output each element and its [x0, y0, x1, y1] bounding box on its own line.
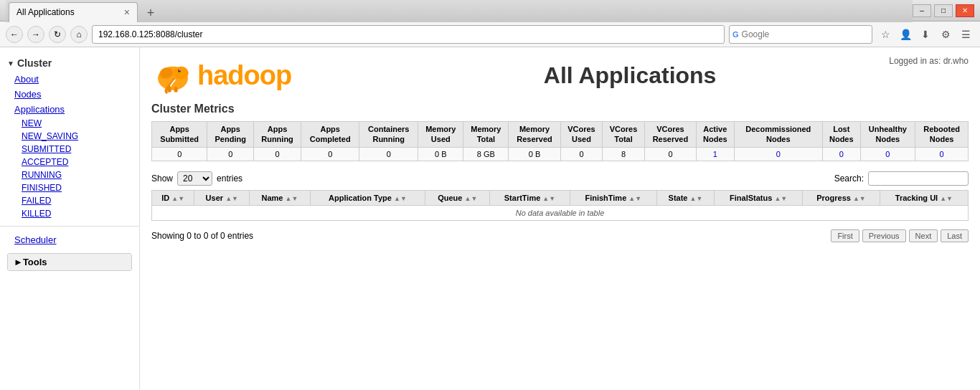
hadoop-wordmark: hadoop — [197, 60, 291, 91]
tab-title: All Applications — [17, 7, 75, 17]
title-bar: All Applications × + – □ ✕ — [0, 0, 980, 22]
address-bar: ← → ↻ ⌂ 192.168.0.125:8088/cluster G ☆ 👤… — [0, 22, 980, 47]
entries-label: entries — [217, 173, 242, 184]
col-queue[interactable]: Queue ▲▼ — [425, 190, 490, 205]
toolbar-icons: ☆ 👤 ⬇ ⚙ ☰ — [877, 26, 974, 43]
sort-icon-id: ▲▼ — [171, 195, 184, 202]
svg-rect-8 — [174, 87, 178, 92]
tools-label: Tools — [23, 257, 47, 267]
metric-header-rebooted-nodes: RebootedNodes — [915, 122, 969, 148]
val-rebooted-nodes[interactable]: 0 — [915, 147, 969, 161]
val-vcores-reserved: 0 — [644, 147, 696, 161]
show-label: Show — [151, 173, 173, 184]
sort-icon-name: ▲▼ — [286, 195, 298, 202]
metric-header-lost-nodes: LostNodes — [823, 122, 861, 148]
col-name[interactable]: Name ▲▼ — [250, 190, 310, 205]
col-tracking-ui[interactable]: Tracking UI ▲▼ — [880, 190, 968, 205]
tools-header[interactable]: ► Tools — [8, 254, 131, 270]
sidebar-sublink-running[interactable]: RUNNING — [0, 168, 139, 181]
minimize-button[interactable]: – — [913, 4, 931, 17]
sidebar-item-nodes[interactable]: Nodes — [0, 87, 139, 102]
entries-select[interactable]: 10 20 50 100 — [177, 171, 212, 186]
menu-icon[interactable]: ☰ — [957, 26, 974, 43]
sidebar-sublink-submitted[interactable]: SUBMITTED — [0, 143, 139, 156]
forward-button[interactable]: → — [27, 26, 44, 43]
tab-close-button[interactable]: × — [124, 6, 130, 18]
sidebar-item-about[interactable]: About — [0, 72, 139, 87]
col-starttime[interactable]: StartTime ▲▼ — [490, 190, 570, 205]
download-icon[interactable]: ⬇ — [917, 26, 934, 43]
col-application-type[interactable]: Application Type ▲▼ — [310, 190, 425, 205]
metric-header-memory-reserved: MemoryReserved — [509, 122, 560, 148]
metric-header-unhealthy-nodes: UnhealthyNodes — [860, 122, 915, 148]
sort-icon-user: ▲▼ — [225, 195, 238, 202]
sidebar-sublink-finished[interactable]: FINISHED — [0, 181, 139, 194]
col-id[interactable]: ID ▲▼ — [152, 190, 194, 205]
svg-point-6 — [179, 70, 181, 71]
sort-icon-state: ▲▼ — [690, 195, 703, 202]
sidebar-sublink-killed[interactable]: KILLED — [0, 207, 139, 220]
window-controls: – □ ✕ — [913, 4, 974, 17]
metric-header-containers-running: ContainersRunning — [359, 122, 418, 148]
search-box[interactable]: G — [729, 25, 872, 44]
val-apps-pending: 0 — [207, 147, 254, 161]
sidebar-item-scheduler[interactable]: Scheduler — [0, 232, 139, 247]
metric-header-vcores-total: VCoresTotal — [603, 122, 645, 148]
val-memory-used: 0 B — [418, 147, 463, 161]
first-button[interactable]: First — [831, 229, 859, 242]
previous-button[interactable]: Previous — [862, 229, 906, 242]
sidebar-sublink-failed[interactable]: FAILED — [0, 194, 139, 207]
cluster-metrics-title: Cluster Metrics — [151, 103, 969, 115]
svg-rect-7 — [168, 87, 171, 92]
val-active-nodes[interactable]: 1 — [697, 147, 735, 161]
maximize-button[interactable]: □ — [934, 4, 953, 17]
col-finalstatus[interactable]: FinalStatus ▲▼ — [715, 190, 803, 205]
page-title: All Applications — [291, 62, 969, 89]
svg-point-1 — [174, 67, 189, 80]
col-finishtime[interactable]: FinishTime ▲▼ — [570, 190, 656, 205]
extensions-icon[interactable]: ⚙ — [937, 26, 954, 43]
close-button[interactable]: ✕ — [956, 4, 974, 17]
cluster-header[interactable]: ▼ Cluster — [0, 54, 139, 72]
sidebar-item-applications[interactable]: Applications — [0, 102, 139, 117]
sidebar-sublink-new-saving[interactable]: NEW_SAVING — [0, 130, 139, 143]
sidebar-sublink-accepted[interactable]: ACCEPTED — [0, 156, 139, 168]
search-input[interactable] — [742, 29, 828, 39]
cluster-metrics-table: AppsSubmitted AppsPending AppsRunning Ap… — [151, 121, 969, 161]
pagination-buttons: First Previous Next Last — [831, 229, 969, 242]
table-controls: Show 10 20 50 100 entries Search: — [151, 171, 969, 186]
metric-header-apps-completed: AppsCompleted — [301, 122, 359, 148]
sort-icon-finishtime: ▲▼ — [628, 195, 641, 202]
val-lost-nodes[interactable]: 0 — [823, 147, 861, 161]
val-unhealthy-nodes[interactable]: 0 — [860, 147, 915, 161]
cluster-label: Cluster — [17, 57, 52, 69]
metric-header-apps-submitted: AppsSubmitted — [152, 122, 207, 148]
new-tab-button[interactable]: + — [141, 5, 161, 22]
val-decommissioned-nodes[interactable]: 0 — [734, 147, 822, 161]
google-logo: G — [732, 30, 739, 39]
apps-search-input[interactable] — [868, 171, 969, 186]
main-content: hadoop All Applications Logged in as: dr… — [140, 47, 980, 390]
tools-arrow-icon: ► — [14, 257, 23, 267]
back-button[interactable]: ← — [6, 26, 23, 43]
next-button[interactable]: Next — [909, 229, 938, 242]
bookmark-star-icon[interactable]: ☆ — [877, 26, 894, 43]
home-button[interactable]: ⌂ — [70, 26, 88, 43]
last-button[interactable]: Last — [941, 229, 969, 242]
sidebar-sublink-new[interactable]: NEW — [0, 117, 139, 130]
col-progress[interactable]: Progress ▲▼ — [803, 190, 880, 205]
refresh-button[interactable]: ↻ — [49, 26, 66, 43]
active-tab[interactable]: All Applications × — [9, 2, 138, 22]
val-memory-reserved: 0 B — [509, 147, 560, 161]
metrics-row: 0 0 0 0 0 0 B 8 GB 0 B 0 8 0 1 0 0 — [152, 147, 969, 161]
col-user[interactable]: User ▲▼ — [194, 190, 250, 205]
col-state[interactable]: State ▲▼ — [656, 190, 714, 205]
user-icon[interactable]: 👤 — [897, 26, 914, 43]
metric-header-memory-used: MemoryUsed — [418, 122, 463, 148]
metric-header-vcores-reserved: VCoresReserved — [644, 122, 696, 148]
cluster-arrow-icon: ▼ — [7, 60, 14, 67]
sort-icon-type: ▲▼ — [394, 195, 407, 202]
url-input[interactable]: 192.168.0.125:8088/cluster — [92, 25, 725, 44]
svg-point-4 — [160, 67, 173, 78]
page-content: ▼ Cluster About Nodes Applications NEW N… — [0, 47, 980, 390]
